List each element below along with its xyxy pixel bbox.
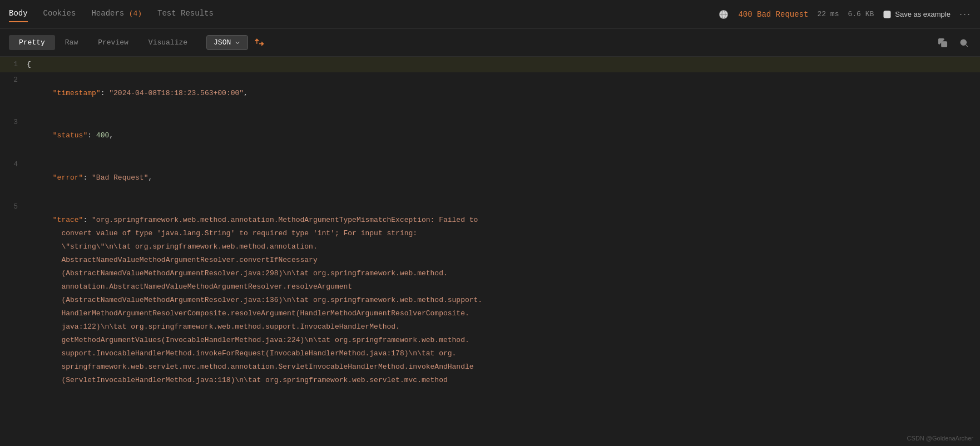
status-bar: 400 Bad Request 22 ms 6.6 KB Save as exa… — [718, 8, 971, 20]
code-display: 1 { 2 "timestamp": "2024-04-08T18:18:23.… — [0, 57, 980, 446]
search-icon — [959, 38, 969, 48]
line-content: { — [27, 57, 980, 72]
code-line-2: 2 "timestamp": "2024-04-08T18:18:23.563+… — [0, 72, 980, 115]
top-tabs-group: Body Cookies Headers (4) Test Results — [9, 9, 718, 20]
code-line-5: 5 "trace": "org.springframework.web.meth… — [0, 199, 980, 402]
code-line-4: 4 "error": "Bad Request", — [0, 157, 980, 199]
svg-rect-4 — [885, 11, 889, 14]
tab-cookies[interactable]: Cookies — [43, 9, 76, 20]
view-tab-actions — [936, 36, 971, 50]
line-content: "status": 400, — [27, 115, 980, 157]
line-content: "trace": "org.springframework.web.method… — [27, 199, 980, 402]
search-button[interactable] — [957, 36, 971, 50]
format-selector[interactable]: JSON — [206, 35, 248, 50]
code-line-1: 1 { — [0, 57, 980, 72]
save-example-button[interactable]: Save as example — [883, 10, 951, 19]
line-number: 3 — [0, 115, 27, 130]
response-time: 22 ms — [817, 10, 839, 18]
line-number: 1 — [0, 57, 27, 72]
copy-icon — [938, 38, 948, 48]
tab-headers[interactable]: Headers (4) — [91, 9, 142, 20]
status-badge: 400 Bad Request — [738, 10, 808, 19]
tab-pretty[interactable]: Pretty — [9, 35, 55, 50]
svg-rect-8 — [942, 41, 947, 47]
svg-rect-5 — [886, 14, 889, 17]
line-number: 2 — [0, 72, 27, 88]
line-number: 5 — [0, 199, 27, 215]
top-tab-bar: Body Cookies Headers (4) Test Results 40… — [0, 0, 980, 29]
wrap-icon[interactable] — [254, 37, 265, 48]
tab-body[interactable]: Body — [9, 9, 28, 20]
tab-visualize[interactable]: Visualize — [138, 35, 197, 50]
line-content: "error": "Bad Request", — [27, 157, 980, 199]
tab-test-results[interactable]: Test Results — [157, 9, 214, 20]
tab-raw[interactable]: Raw — [55, 35, 88, 50]
response-size: 6.6 KB — [848, 10, 874, 18]
chevron-down-icon — [234, 39, 241, 46]
code-line-3: 3 "status": 400, — [0, 115, 980, 157]
globe-icon — [718, 9, 729, 20]
line-content: "timestamp": "2024-04-08T18:18:23.563+00… — [27, 72, 980, 115]
tab-preview[interactable]: Preview — [88, 35, 138, 50]
svg-point-9 — [961, 39, 967, 46]
line-number: 4 — [0, 157, 27, 172]
view-tab-bar: Pretty Raw Preview Visualize JSON — [0, 29, 980, 57]
copy-button[interactable] — [936, 36, 950, 50]
more-options-button[interactable]: ··· — [959, 8, 971, 20]
watermark: CSDN @GoldenaArcher — [907, 435, 973, 442]
save-icon — [883, 10, 892, 19]
svg-line-10 — [966, 44, 967, 46]
